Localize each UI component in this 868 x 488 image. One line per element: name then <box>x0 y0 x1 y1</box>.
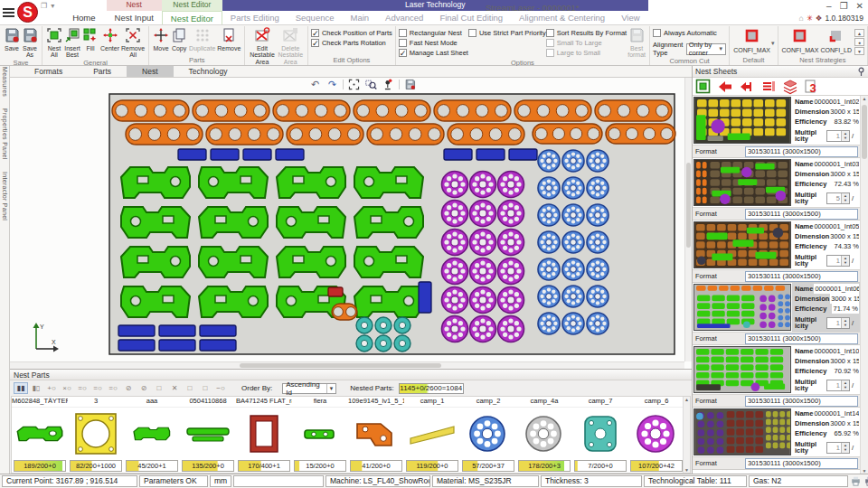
sheet-thumbnail[interactable] <box>693 284 791 331</box>
tab-sequence[interactable]: Sequence <box>288 11 343 24</box>
maximize-button[interactable]: ❐ <box>840 1 848 11</box>
sheet-entry[interactable]: Name0000001_Int14Dimension3000 x 1500Eff… <box>693 408 860 470</box>
new-sheet-icon[interactable] <box>694 79 712 94</box>
tab-alignment-centering[interactable]: Alignment & Centering <box>511 11 613 24</box>
exclude-part-icon[interactable]: ×○ <box>60 382 74 394</box>
tab-view[interactable]: View <box>613 11 647 24</box>
multiplicity-spinner[interactable]: 5▲▼ <box>826 192 850 204</box>
checkbox-sort-results-by-format[interactable]: Sort Results By Format <box>546 28 627 37</box>
export-parts-icon[interactable]: □ <box>198 382 212 394</box>
part-thumbnail[interactable] <box>124 408 180 460</box>
button-confi-max[interactable]: CONFI_MAX <box>732 26 771 53</box>
sheet-thumbnail[interactable] <box>693 159 791 206</box>
chevron-down-icon[interactable]: ▾ <box>51 2 54 10</box>
tab-home[interactable]: Home <box>61 11 106 24</box>
fit-view-icon[interactable] <box>347 79 361 91</box>
undo-icon[interactable]: ↶ <box>308 79 322 91</box>
redo-icon[interactable]: ↷ <box>326 79 339 91</box>
order-by-dropdown[interactable]: Ascending Id▼ <box>282 383 336 394</box>
spinner-down-icon[interactable]: ▼ <box>854 47 864 55</box>
pin-panel-icon[interactable] <box>857 67 865 77</box>
tools-icon[interactable]: ✕ <box>167 382 182 394</box>
multiplicity-spinner[interactable]: 1▲▼ <box>826 442 850 454</box>
restore-icon[interactable]: ❐ <box>41 2 47 10</box>
tab-main[interactable]: Main <box>343 11 378 24</box>
spinner-arrows[interactable]: ▲▼ <box>841 318 849 328</box>
tab-nest-editor[interactable]: Nest Editor <box>162 11 222 24</box>
sidebar-tab-interactor-panel[interactable]: Interactor Panel <box>2 172 8 221</box>
quick-access-toolbar[interactable]: ❐▾ <box>41 2 54 10</box>
sidebar-tab-properties-panel[interactable]: Properties Panel <box>2 108 8 160</box>
checkbox-check-position-of-parts[interactable]: ✓Check Position of Parts <box>311 28 392 37</box>
canvas-horizontal-scrollbar[interactable] <box>10 361 684 369</box>
spinner-arrows[interactable]: ▲▼ <box>841 256 849 266</box>
button-confi-ld[interactable]: CONFI_LD <box>819 26 853 53</box>
part-thumbnail[interactable] <box>348 408 404 460</box>
parts-list-scrollbar[interactable]: ▲▼ <box>683 397 690 473</box>
sheet-thumbnail[interactable] <box>693 408 791 455</box>
duplicate-sheet-icon[interactable] <box>760 79 778 94</box>
doc-tab-parts[interactable]: Parts <box>78 66 127 77</box>
app-menu-icon[interactable] <box>3 8 14 17</box>
chevron-down-icon[interactable]: ▾ <box>771 40 775 47</box>
sidebar-tab-measures[interactable]: Measures <box>2 67 8 97</box>
spinner-mid-icon[interactable]: ● <box>854 38 864 46</box>
spinner-down-icon[interactable]: ▼ <box>842 323 849 328</box>
format-value[interactable]: 301530111 (3000x1500) <box>745 146 858 157</box>
canvas-vertical-scrollbar[interactable] <box>684 78 692 361</box>
part-thumbnail[interactable] <box>572 408 628 460</box>
checkbox-box[interactable] <box>546 49 554 57</box>
part-thumbnail[interactable] <box>404 408 460 460</box>
tab-nest-input[interactable]: Nest Input <box>107 11 162 24</box>
sheet-thumbnail[interactable] <box>693 346 791 393</box>
plotter-icon[interactable] <box>850 475 862 488</box>
part-thumbnail[interactable] <box>12 408 68 460</box>
button-move[interactable]: Move <box>152 26 170 52</box>
zoom-window-icon[interactable] <box>364 79 378 91</box>
merge-sheets-icon[interactable] <box>781 79 799 94</box>
doc-tab-nest[interactable]: Nest <box>127 66 173 77</box>
sheet-entry[interactable]: Name0000001_Int10Dimension3000 x 1500Eff… <box>693 345 860 408</box>
disable-part-icon[interactable]: ⊘ <box>121 382 136 394</box>
multiplicity-icon[interactable]: 3 <box>803 79 821 94</box>
checkbox-rectangular-nest[interactable]: Rectangular Nest <box>399 28 468 37</box>
checkbox-manage-last-sheet[interactable]: ✓Manage Last Sheet <box>399 48 468 57</box>
part-thumbnail[interactable] <box>180 408 236 460</box>
tab-parts-editing[interactable]: Parts Editing <box>222 11 288 24</box>
part-thumbnail[interactable] <box>628 408 684 460</box>
pin-icon[interactable] <box>382 79 395 91</box>
sheet-entry[interactable]: Name0000001_Int02Dimension3000 x 1500Eff… <box>693 96 860 158</box>
set-count2-icon[interactable]: =○ <box>90 382 105 394</box>
sheet-thumbnail[interactable] <box>693 97 791 144</box>
button-insert-best[interactable]: Insert Best <box>63 26 81 59</box>
multiplicity-spinner[interactable]: 1▲▼ <box>826 130 850 142</box>
close-button[interactable]: ✕ <box>856 1 863 11</box>
spinner-arrows[interactable]: ▲▼ <box>841 131 849 141</box>
view-list-icon[interactable]: ▮▯ <box>29 382 43 394</box>
home-icon[interactable]: ⌂ <box>799 14 804 23</box>
set-count-icon[interactable]: =○ <box>75 382 90 394</box>
spinner-arrows[interactable]: ▲▼ <box>841 380 849 390</box>
spinner-up-icon[interactable]: ▲ <box>854 29 864 37</box>
button-copy[interactable]: Copy <box>170 26 188 52</box>
checkbox-box[interactable]: ✓ <box>311 29 319 37</box>
import-parts-icon[interactable]: □ <box>183 382 197 394</box>
checkbox-small-to-large[interactable]: Small To Large <box>546 38 627 47</box>
nest-sheet-drawing[interactable] <box>10 92 684 361</box>
checkbox-always-automatic[interactable]: Always Automatic <box>653 28 726 37</box>
add-part-icon[interactable]: +○ <box>44 382 59 394</box>
sheet-entry[interactable]: Name0000001_Int06Dimension3000 x 1500Eff… <box>693 283 860 345</box>
button-confi-max[interactable]: CONFI_MAX <box>781 26 820 53</box>
part-thumbnail[interactable] <box>236 408 292 460</box>
remove-all-sheets-icon[interactable] <box>738 79 756 94</box>
spinner-arrows[interactable]: ▲▼ <box>841 443 849 453</box>
reset-count-icon[interactable]: −○ <box>213 382 228 394</box>
button-save-as[interactable]: Save As <box>21 26 39 59</box>
disable-all-icon[interactable]: ⊘ <box>137 382 151 394</box>
spinner-down-icon[interactable]: ▼ <box>842 260 849 266</box>
spinner-down-icon[interactable]: ▼ <box>842 447 849 453</box>
spinner-down-icon[interactable]: ▼ <box>842 385 849 390</box>
alignment-type-dropdown[interactable]: Only by corner▼ <box>686 43 726 55</box>
minimize-button[interactable]: – <box>826 1 832 11</box>
button-nest-all[interactable]: Nest All <box>45 26 63 59</box>
